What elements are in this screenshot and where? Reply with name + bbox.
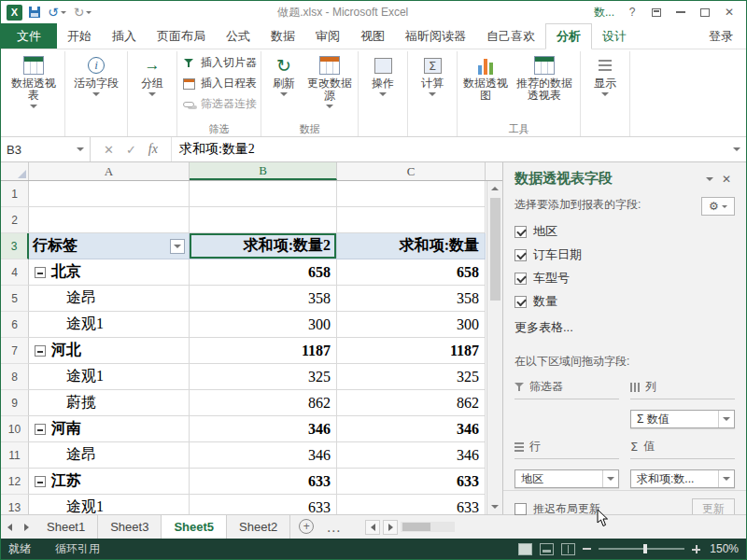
zoom-slider[interactable] xyxy=(599,548,684,550)
tab-page-layout[interactable]: 页面布局 xyxy=(147,23,216,49)
values-area[interactable]: 求和项:数... xyxy=(630,468,735,490)
name-box-dropdown-icon[interactable] xyxy=(77,147,84,151)
row-header-7[interactable]: 7 xyxy=(1,338,29,364)
field-item-quantity[interactable]: 数量 xyxy=(514,293,735,310)
tab-insert[interactable]: 插入 xyxy=(102,23,147,49)
cell-a8[interactable]: 途观1 xyxy=(29,364,190,390)
rows-area[interactable]: 地区 xyxy=(514,468,619,490)
cell-c6[interactable]: 300 xyxy=(337,312,486,338)
page-break-preview-button[interactable] xyxy=(561,543,575,555)
zoom-slider-knob[interactable] xyxy=(643,544,647,553)
row-header-5[interactable]: 5 xyxy=(1,286,29,312)
close-button[interactable]: ✕ xyxy=(718,4,740,21)
maximize-button[interactable] xyxy=(694,4,716,21)
row-header-11[interactable]: 11 xyxy=(1,442,29,469)
pivotchart-button[interactable]: 数据透视图 xyxy=(461,53,510,102)
tab-home[interactable]: 开始 xyxy=(57,23,102,49)
chip-dropdown-icon[interactable] xyxy=(603,470,618,487)
scroll-down-button[interactable] xyxy=(487,499,503,514)
help-button[interactable]: ? xyxy=(621,4,643,21)
scroll-up-button[interactable] xyxy=(487,181,503,196)
cell-b13[interactable]: 633 xyxy=(190,495,337,514)
excel-logo-icon[interactable]: X xyxy=(7,5,22,21)
more-tables-link[interactable]: 更多表格... xyxy=(514,319,735,336)
cell-b1[interactable] xyxy=(190,181,337,207)
cell-a12[interactable]: 江苏 xyxy=(29,469,190,495)
collapse-button[interactable] xyxy=(35,476,46,487)
tab-view[interactable]: 视图 xyxy=(350,23,395,49)
cell-b3-active[interactable]: 求和项:数量2 xyxy=(190,233,337,259)
row-header-4[interactable]: 4 xyxy=(1,259,29,286)
minimize-button[interactable] xyxy=(669,4,692,21)
cell-a3-row-labels[interactable]: 行标签 xyxy=(29,233,190,259)
page-layout-view-button[interactable] xyxy=(540,543,554,555)
cell-b4[interactable]: 658 xyxy=(190,259,337,286)
show-button[interactable]: 显示 xyxy=(585,53,626,96)
cell-c9[interactable]: 862 xyxy=(337,390,486,416)
pane-tools-button[interactable]: ⚙ xyxy=(701,197,735,216)
field-item-model[interactable]: 车型号 xyxy=(514,270,735,287)
row-header-9[interactable]: 9 xyxy=(1,390,29,416)
zoom-level[interactable]: 150% xyxy=(710,542,739,555)
cell-c2[interactable] xyxy=(337,207,486,233)
cell-a4[interactable]: 北京 xyxy=(29,259,190,286)
sheet-tab-sheet5-active[interactable]: Sheet5 xyxy=(162,515,227,539)
row-header-1[interactable]: 1 xyxy=(1,181,29,207)
cell-a7[interactable]: 河北 xyxy=(29,338,190,364)
pivottable-button[interactable]: 数据透视表 xyxy=(7,53,61,108)
horizontal-scrollbar[interactable] xyxy=(365,515,455,539)
row-header-2[interactable]: 2 xyxy=(1,207,29,233)
refresh-button[interactable]: ↻ 刷新 xyxy=(265,53,303,96)
formula-input[interactable]: 求和项:数量2 xyxy=(171,137,727,161)
collapse-button[interactable] xyxy=(35,345,46,357)
field-checkbox-checked[interactable] xyxy=(514,249,527,261)
cell-c7[interactable]: 1187 xyxy=(337,338,486,364)
actions-button[interactable]: 操作 xyxy=(362,53,403,96)
insert-timeline-button[interactable]: 插入日程表 xyxy=(181,74,257,93)
field-checkbox-checked[interactable] xyxy=(514,226,527,238)
tab-review[interactable]: 审阅 xyxy=(305,23,350,49)
group-button[interactable]: → 分组 xyxy=(132,53,173,96)
new-sheet-button[interactable]: + xyxy=(299,519,314,534)
cell-a11[interactable]: 途昂 xyxy=(29,442,190,469)
field-item-order-date[interactable]: 订车日期 xyxy=(514,246,735,263)
cell-b2[interactable] xyxy=(190,207,337,233)
pane-close-button[interactable]: ✕ xyxy=(718,173,735,186)
filters-area[interactable] xyxy=(514,408,619,430)
redo-dropdown-icon[interactable] xyxy=(86,11,92,14)
sign-in-link[interactable]: 登录 xyxy=(696,23,746,49)
sheet-tab-sheet2[interactable]: Sheet2 xyxy=(227,515,290,539)
insert-slicer-button[interactable]: 插入切片器 xyxy=(181,53,257,73)
sheet-nav-left-button[interactable] xyxy=(1,515,18,539)
insert-function-icon[interactable]: fx xyxy=(148,142,158,157)
calculations-button[interactable]: Σ 计算 xyxy=(412,53,453,96)
cell-c3[interactable]: 求和项:数量 xyxy=(337,233,486,259)
sheet-tab-sheet1[interactable]: Sheet1 xyxy=(35,515,98,539)
cell-a9[interactable]: 蔚揽 xyxy=(29,390,190,416)
horizontal-scroll-thumb[interactable] xyxy=(402,523,430,531)
tab-foxit-reader[interactable]: 福昕阅读器 xyxy=(395,23,476,49)
save-button[interactable] xyxy=(29,7,40,18)
row-header-13[interactable]: 13 xyxy=(1,495,29,514)
name-box[interactable]: B3 xyxy=(1,137,91,161)
field-item-region[interactable]: 地区 xyxy=(514,223,735,240)
horizontal-scroll-track[interactable] xyxy=(401,522,455,532)
zoom-in-button[interactable] xyxy=(692,545,700,553)
cell-a6[interactable]: 途观1 xyxy=(29,312,190,338)
cell-a1[interactable] xyxy=(29,181,190,207)
row-header-6[interactable]: 6 xyxy=(1,312,29,338)
select-all-corner[interactable] xyxy=(1,162,29,180)
recommended-pivottables-button[interactable]: 推荐的数据透视表 xyxy=(513,53,576,102)
undo-dropdown-icon[interactable] xyxy=(61,11,66,14)
tab-analyze[interactable]: 分析 xyxy=(545,23,592,49)
field-checkbox-checked[interactable] xyxy=(514,273,527,285)
cell-a10[interactable]: 河南 xyxy=(29,416,190,442)
cell-b10[interactable]: 346 xyxy=(190,416,337,442)
tab-formulas[interactable]: 公式 xyxy=(216,23,261,49)
tab-data[interactable]: 数据 xyxy=(261,23,305,49)
redo-button[interactable]: ↻ xyxy=(74,6,92,19)
row-header-8[interactable]: 8 xyxy=(1,364,29,390)
row-labels-filter-button[interactable] xyxy=(170,239,185,254)
cell-b8[interactable]: 325 xyxy=(190,364,337,390)
field-checkbox-checked[interactable] xyxy=(514,296,527,308)
